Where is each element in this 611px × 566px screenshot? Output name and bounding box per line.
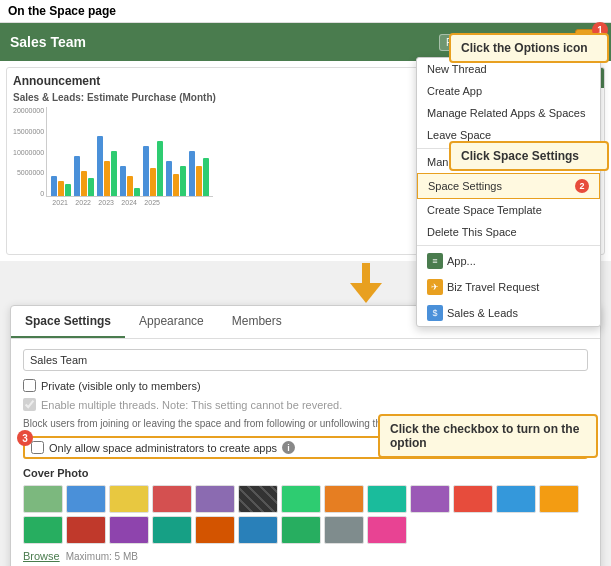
tab-space-settings[interactable]: Space Settings [11, 306, 125, 338]
app3-label: Sales & Leads [447, 307, 518, 319]
browse-link[interactable]: Browse [23, 550, 60, 562]
page-header-text: On the Space page [8, 4, 116, 18]
bar-group-5 [143, 141, 163, 196]
bar-group-7 [189, 151, 209, 196]
bar-4c [134, 188, 140, 196]
bar-1a [51, 176, 57, 196]
dropdown-item-app2[interactable]: ✈ Biz Travel Request [417, 274, 600, 300]
arrow-shaft [362, 263, 370, 283]
cover-13[interactable] [539, 485, 579, 513]
private-checkbox[interactable] [23, 379, 36, 392]
dropdown-menu: New Thread Create App Manage Related App… [416, 57, 601, 327]
cover-photo-label: Cover Photo [23, 467, 588, 479]
dropdown-item-app1[interactable]: ≡ App... [417, 248, 600, 274]
cover-9[interactable] [367, 485, 407, 513]
app2-icon: ✈ [427, 279, 443, 295]
cover-8[interactable] [324, 485, 364, 513]
cover-5[interactable] [195, 485, 235, 513]
cover-1[interactable] [23, 485, 63, 513]
cover-15[interactable] [66, 516, 106, 544]
dropdown-item-delete-space[interactable]: Delete This Space [417, 221, 600, 243]
bar-3c [111, 151, 117, 196]
bar-group-4 [120, 166, 140, 196]
dropdown-item-space-settings[interactable]: Space Settings 2 [417, 173, 600, 199]
cover-11[interactable] [453, 485, 493, 513]
x-labels: 2021 2022 2023 2024 2025 [46, 199, 213, 206]
dropdown-item-create-app[interactable]: Create App [417, 80, 600, 102]
tab-appearance[interactable]: Appearance [125, 306, 218, 338]
cover-10[interactable] [410, 485, 450, 513]
max-size: Maximum: 5 MB [66, 551, 138, 562]
cover-12[interactable] [496, 485, 536, 513]
info-icon[interactable]: i [282, 441, 295, 454]
space-settings-dialog: Space Settings Appearance Members × Priv… [10, 305, 601, 566]
bar-3a [97, 136, 103, 196]
space-name-input[interactable] [23, 349, 588, 371]
dropdown-item-app3[interactable]: $ Sales & Leads [417, 300, 600, 326]
y-label-4: 5000000 [17, 169, 44, 176]
callout-options: Click the Options icon [449, 33, 609, 63]
cover-18[interactable] [195, 516, 235, 544]
app1-label: App... [447, 255, 476, 267]
dropdown-item-create-app-label: Create App [427, 85, 482, 97]
x-label-5: 2025 [142, 199, 162, 206]
dropdown-item-create-template[interactable]: Create Space Template [417, 199, 600, 221]
callout-2-text: Click Space Settings [461, 149, 579, 163]
cover-20[interactable] [281, 516, 321, 544]
cover-6[interactable] [238, 485, 278, 513]
bar-7b [196, 166, 202, 196]
threads-checkbox-row: Enable multiple threads. Note: This sett… [23, 398, 588, 411]
dialog-body: Private (visible only to members) Enable… [11, 339, 600, 566]
page-header: On the Space page [0, 0, 611, 23]
bar-group-6 [166, 161, 186, 196]
app1-icon: ≡ [427, 253, 443, 269]
cover-2[interactable] [66, 485, 106, 513]
private-checkbox-label: Private (visible only to members) [41, 380, 201, 392]
bar-5c [157, 141, 163, 196]
callout-3-text: Click the checkbox to turn on the option [390, 422, 579, 450]
tab-space-settings-label: Space Settings [25, 314, 111, 328]
dropdown-item-manage-related-label: Manage Related Apps & Spaces [427, 107, 585, 119]
bar-5a [143, 146, 149, 196]
cover-3[interactable] [109, 485, 149, 513]
cover-17[interactable] [152, 516, 192, 544]
bar-7c [203, 158, 209, 196]
x-label-1: 2021 [50, 199, 70, 206]
tab-members-label: Members [232, 314, 282, 328]
dropdown-item-new-thread-label: New Thread [427, 63, 487, 75]
cover-22[interactable] [367, 516, 407, 544]
y-label-3: 10000000 [13, 149, 44, 156]
admin-checkbox-label: Only allow space administrators to creat… [49, 442, 277, 454]
bar-6c [180, 166, 186, 196]
bar-4a [120, 166, 126, 196]
cover-19[interactable] [238, 516, 278, 544]
private-checkbox-row: Private (visible only to members) [23, 379, 588, 392]
dropdown-item-space-settings-label: Space Settings [428, 180, 502, 192]
cover-4[interactable] [152, 485, 192, 513]
dropdown-item-delete-space-label: Delete This Space [427, 226, 517, 238]
cover-photo-section: Cover Photo [23, 467, 588, 562]
tab-members[interactable]: Members [218, 306, 296, 338]
bar-2c [88, 178, 94, 196]
dropdown-item-manage-related[interactable]: Manage Related Apps & Spaces [417, 102, 600, 124]
dropdown-item-create-template-label: Create Space Template [427, 204, 542, 216]
x-label-4: 2024 [119, 199, 139, 206]
admin-checkbox[interactable] [31, 441, 44, 454]
bar-1b [58, 181, 64, 196]
browse-row: Browse Maximum: 5 MB [23, 550, 588, 562]
app2-label: Biz Travel Request [447, 281, 539, 293]
cover-7[interactable] [281, 485, 321, 513]
announcement-title: Announcement [13, 74, 100, 88]
step-badge-2: 2 [575, 179, 589, 193]
app3-icon: $ [427, 305, 443, 321]
top-section: Sales Team Public Space Favorited ··· 1 … [0, 23, 611, 261]
bar-group-2 [74, 156, 94, 196]
cover-21[interactable] [324, 516, 364, 544]
cover-16[interactable] [109, 516, 149, 544]
cover-14[interactable] [23, 516, 63, 544]
bar-6a [166, 161, 172, 196]
y-label-1: 20000000 [13, 107, 44, 114]
callout-space-settings: Click Space Settings [449, 141, 609, 171]
threads-checkbox[interactable] [23, 398, 36, 411]
x-label-2: 2022 [73, 199, 93, 206]
